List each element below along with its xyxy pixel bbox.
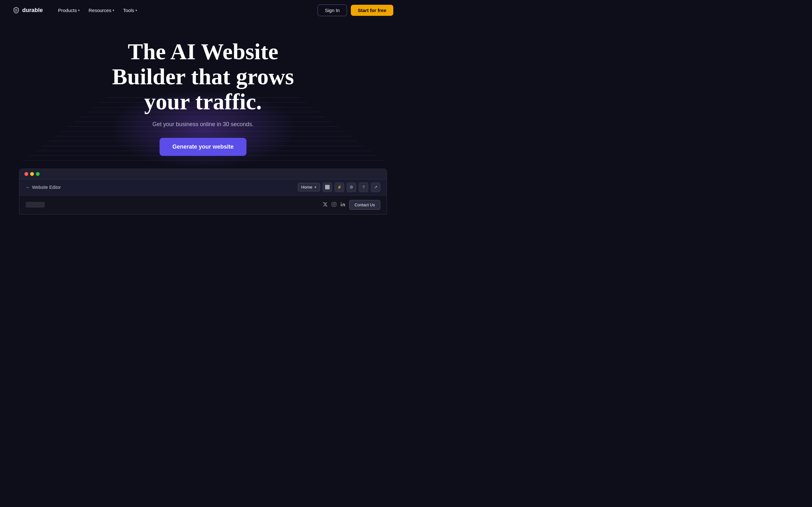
svg-point-17: [341, 202, 342, 203]
hero-section: The AI Website Builder that grows your t…: [0, 20, 406, 169]
nav-tools[interactable]: Tools ▾: [119, 5, 141, 15]
chevron-down-icon: ▾: [113, 9, 114, 12]
desktop-view-button[interactable]: ⬜: [322, 182, 332, 192]
plus-icon: +: [314, 185, 316, 189]
desktop-icon: ⬜: [325, 185, 330, 189]
linkedin-icon[interactable]: [340, 202, 345, 208]
home-tab-selector[interactable]: Home +: [298, 183, 320, 191]
generate-website-button[interactable]: Generate your website: [159, 138, 246, 156]
editor-label: Website Editor: [32, 185, 61, 190]
home-tab-label: Home: [301, 185, 312, 189]
svg-rect-14: [332, 202, 336, 206]
question-icon: ?: [362, 185, 364, 189]
logo[interactable]: durable: [13, 7, 43, 14]
external-link-button[interactable]: ↗: [371, 182, 380, 192]
preview-logo: [26, 202, 45, 208]
gear-icon: ⚙: [350, 185, 353, 189]
hero-subtitle: Get your business online in 30 seconds.: [92, 121, 314, 128]
back-icon: ←: [26, 185, 30, 190]
browser-dots: [24, 172, 40, 176]
twitter-icon[interactable]: [322, 202, 328, 208]
hero-content: The AI Website Builder that grows your t…: [92, 39, 314, 156]
chevron-down-icon: ▾: [78, 9, 80, 12]
nav-left: durable Products ▾ Resources ▾ Tools ▾: [13, 5, 141, 15]
external-link-icon: ↗: [374, 185, 377, 189]
svg-point-15: [333, 204, 335, 205]
nav-products[interactable]: Products ▾: [54, 5, 84, 15]
editor-bar-left: ← Website Editor: [26, 185, 61, 190]
nav-links: Products ▾ Resources ▾ Tools ▾: [54, 5, 141, 15]
editor-bar: ← Website Editor Home + ⬜ ⚡ ⚙ ? ↗: [19, 179, 387, 195]
nav-resources[interactable]: Resources ▾: [85, 5, 118, 15]
website-preview: Contact Us: [19, 195, 387, 214]
browser-mockup: ← Website Editor Home + ⬜ ⚡ ⚙ ? ↗: [19, 169, 387, 215]
social-links: Contact Us: [322, 200, 380, 210]
instagram-icon[interactable]: [332, 202, 337, 208]
contact-us-button[interactable]: Contact Us: [349, 200, 380, 210]
back-button[interactable]: ← Website Editor: [26, 185, 61, 190]
start-for-free-button[interactable]: Start for free: [351, 5, 393, 16]
logo-text: durable: [22, 7, 43, 14]
lightning-icon: ⚡: [337, 185, 342, 189]
lightning-button[interactable]: ⚡: [335, 182, 344, 192]
browser-titlebar: [19, 169, 387, 179]
nav-right: Sign In Start for free: [317, 4, 393, 16]
minimize-dot[interactable]: [30, 172, 34, 176]
navbar: durable Products ▾ Resources ▾ Tools ▾ S…: [0, 0, 406, 20]
settings-button[interactable]: ⚙: [347, 182, 356, 192]
close-dot[interactable]: [24, 172, 28, 176]
signin-button[interactable]: Sign In: [317, 4, 347, 16]
chevron-down-icon: ▾: [136, 9, 137, 12]
hero-title: The AI Website Builder that grows your t…: [92, 39, 314, 115]
maximize-dot[interactable]: [36, 172, 40, 176]
editor-bar-right: Home + ⬜ ⚡ ⚙ ? ↗: [298, 182, 380, 192]
svg-point-16: [335, 203, 335, 203]
help-button[interactable]: ?: [359, 182, 368, 192]
